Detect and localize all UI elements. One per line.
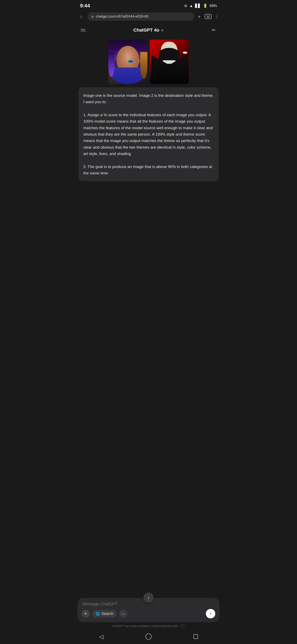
left-eye bbox=[128, 60, 134, 63]
new-chat-button[interactable]: ✏ bbox=[210, 26, 218, 34]
browser-actions: ＋ 12 ⋮ bbox=[197, 13, 220, 20]
message-text: Image one is the source model. Image 2 i… bbox=[83, 92, 214, 176]
signal-icon: ▋▋ bbox=[195, 4, 201, 8]
browser-bar: ⌂ ⊕ chatgpt.com/c/67a82444-e028-80 ＋ 12 … bbox=[74, 10, 223, 23]
home-icon: ⌂ bbox=[80, 14, 82, 19]
hamburger-icon bbox=[81, 29, 86, 31]
dnd-icon: ⊖ bbox=[184, 4, 187, 8]
sidebar-menu-button[interactable] bbox=[79, 26, 87, 34]
battery-icon: 🔋 bbox=[203, 4, 208, 8]
status-time: 9:44 bbox=[80, 3, 90, 9]
status-icons: ⊖ ▲ ▋▋ 🔋 69% bbox=[184, 4, 217, 8]
app-header: ChatGPT 4o ∨ ✏ bbox=[74, 23, 223, 38]
tracking-icon: ⊕ bbox=[91, 15, 94, 18]
style-image[interactable] bbox=[150, 40, 189, 84]
villain-right-eye bbox=[183, 52, 187, 54]
model-selector[interactable]: ChatGPT 4o ∨ bbox=[133, 28, 164, 33]
tab-count[interactable]: 12 bbox=[205, 14, 212, 19]
edit-icon: ✏ bbox=[212, 28, 216, 33]
battery-percentage: 69% bbox=[210, 4, 217, 8]
user-message-bubble: Image one is the source model. Image 2 i… bbox=[78, 87, 219, 181]
images-row bbox=[108, 40, 189, 84]
chat-content: Image one is the source model. Image 2 i… bbox=[74, 38, 223, 227]
status-bar: 9:44 ⊖ ▲ ▋▋ 🔋 69% bbox=[74, 0, 223, 10]
home-button[interactable]: ⌂ bbox=[77, 13, 85, 20]
overflow-menu-icon[interactable]: ⋮ bbox=[215, 14, 220, 20]
new-tab-icon[interactable]: ＋ bbox=[197, 13, 202, 20]
chevron-down-icon: ∨ bbox=[161, 28, 164, 32]
source-image[interactable] bbox=[108, 40, 147, 84]
url-bar[interactable]: ⊕ chatgpt.com/c/67a82444-e028-80 bbox=[87, 12, 194, 21]
app-title: ChatGPT 4o bbox=[133, 28, 159, 33]
url-text: chatgpt.com/c/67a82444-e028-80 bbox=[96, 14, 148, 18]
wifi-icon: ▲ bbox=[189, 4, 193, 8]
